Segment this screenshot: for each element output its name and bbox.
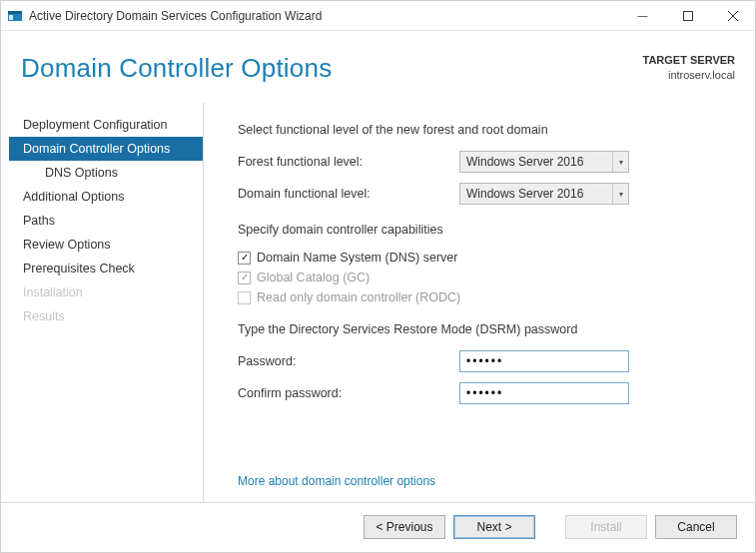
sidebar-item-installation: Installation [9,280,203,304]
previous-button[interactable]: < Previous [364,515,445,539]
domain-level-select[interactable]: Windows Server 2016 ▾ [459,183,629,205]
footer: < Previous Next > Install Cancel [1,502,755,550]
titlebar: Active Directory Domain Services Configu… [1,1,755,31]
rodc-checkbox-label: Read only domain controller (RODC) [257,290,460,304]
install-button: Install [565,515,647,539]
chevron-down-icon: ▾ [612,152,628,172]
rodc-checkbox [238,291,251,304]
forest-level-label: Forest functional level: [238,155,459,169]
close-button[interactable] [710,1,755,31]
capabilities-heading: Specify domain controller capabilities [238,223,721,237]
password-row: Password: [238,350,721,372]
password-label: Password: [238,354,459,368]
app-icon [7,8,23,24]
page-title: Domain Controller Options [21,53,332,84]
sidebar: Deployment Configuration Domain Controll… [9,103,204,502]
domain-level-value: Windows Server 2016 [466,187,583,201]
more-about-link[interactable]: More about domain controller options [238,474,435,488]
sidebar-item-deployment-config[interactable]: Deployment Configuration [9,113,203,137]
next-button[interactable]: Next > [453,515,535,539]
forest-level-select[interactable]: Windows Server 2016 ▾ [459,151,629,173]
domain-level-row: Domain functional level: Windows Server … [238,183,721,205]
svg-rect-2 [9,15,13,20]
dns-checkbox-row: Domain Name System (DNS) server [238,251,721,265]
dns-checkbox-label: Domain Name System (DNS) server [257,251,457,265]
chevron-down-icon: ▾ [612,184,628,204]
gc-checkbox-row: Global Catalog (GC) [238,271,721,284]
confirm-password-label: Confirm password: [238,386,459,400]
workarea: Deployment Configuration Domain Controll… [1,103,755,502]
dns-checkbox[interactable] [238,252,251,265]
confirm-password-row: Confirm password: [238,382,721,404]
password-input[interactable] [459,350,629,372]
cancel-button[interactable]: Cancel [655,515,737,539]
rodc-checkbox-row: Read only domain controller (RODC) [238,290,721,304]
confirm-password-input[interactable] [459,382,629,404]
sidebar-item-paths[interactable]: Paths [9,209,203,233]
svg-rect-1 [8,11,22,14]
functional-level-heading: Select functional level of the new fores… [238,123,721,137]
forest-level-row: Forest functional level: Windows Server … [238,151,721,173]
svg-rect-3 [683,11,692,20]
sidebar-item-review-options[interactable]: Review Options [9,233,203,257]
sidebar-item-results: Results [9,304,203,328]
domain-level-label: Domain functional level: [238,187,459,201]
dsrm-heading: Type the Directory Services Restore Mode… [238,322,721,336]
gc-checkbox-label: Global Catalog (GC) [257,271,370,284]
sidebar-item-dns-options[interactable]: DNS Options [9,161,203,185]
header: Domain Controller Options TARGET SERVER … [1,31,755,103]
content-panel: Select functional level of the new fores… [204,103,755,502]
sidebar-item-additional-options[interactable]: Additional Options [9,185,203,209]
sidebar-item-dc-options[interactable]: Domain Controller Options [9,137,203,161]
forest-level-value: Windows Server 2016 [466,155,583,169]
minimize-button[interactable]: — [620,1,665,31]
maximize-button[interactable] [665,1,710,31]
target-server-label: TARGET SERVER [643,53,736,68]
target-server-value: introserv.local [643,68,736,83]
sidebar-item-prereq-check[interactable]: Prerequisites Check [9,257,203,280]
window-title: Active Directory Domain Services Configu… [29,9,620,23]
target-server-block: TARGET SERVER introserv.local [643,53,736,84]
gc-checkbox [238,272,251,284]
